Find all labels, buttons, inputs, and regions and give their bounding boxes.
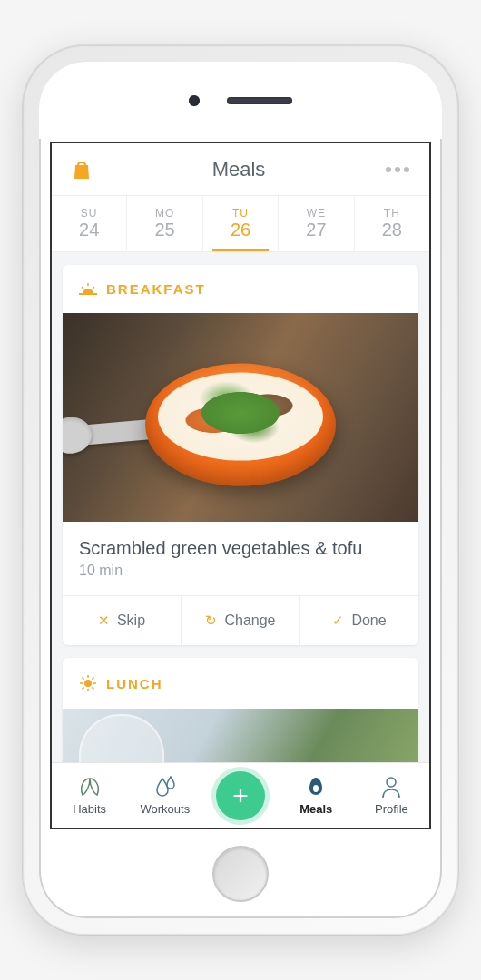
day-of-week: WE: [307, 207, 326, 220]
check-icon: ✓: [332, 612, 344, 629]
breakfast-image[interactable]: [63, 313, 418, 522]
more-icon[interactable]: [386, 167, 409, 172]
day-number: 27: [306, 220, 326, 240]
day-tab-th[interactable]: TH 28: [355, 196, 429, 251]
lunch-card: LUNCH: [63, 658, 418, 762]
breakfast-header: BREAKFAST: [63, 265, 418, 313]
bottom-tabbar: Habits Workouts + Meals Profile: [52, 762, 429, 828]
day-number: 24: [79, 220, 99, 240]
day-number: 28: [382, 220, 402, 240]
svg-point-1: [313, 785, 319, 792]
skip-label: Skip: [117, 612, 145, 629]
day-of-week: MO: [155, 207, 174, 220]
food-illustration: [172, 377, 309, 449]
tab-label: Habits: [73, 802, 106, 816]
phone-home-area: [39, 829, 442, 918]
change-label: Change: [224, 612, 275, 629]
day-selector: SU 24 MO 25 TU 26 WE 27 TH 28: [52, 196, 429, 252]
day-of-week: TU: [232, 207, 249, 220]
svg-point-2: [387, 778, 396, 787]
svg-point-0: [84, 680, 92, 687]
tab-profile[interactable]: Profile: [354, 763, 429, 828]
tab-label: Meals: [299, 802, 332, 816]
add-button[interactable]: +: [216, 771, 265, 820]
sun-icon: [79, 674, 97, 692]
day-of-week: TH: [384, 207, 400, 220]
tab-label: Profile: [375, 802, 408, 816]
breakfast-actions: ✕ Skip ↻ Change ✓ Done: [63, 595, 418, 645]
day-tab-mo[interactable]: MO 25: [127, 196, 202, 251]
day-tab-su[interactable]: SU 24: [52, 196, 127, 251]
leaf-icon: [77, 775, 103, 799]
breakfast-title: Scrambled green vegetables & tofu: [63, 522, 418, 563]
breakfast-card: BREAKFAST Scrambled green vegetables & t…: [63, 265, 418, 645]
profile-icon: [379, 775, 403, 799]
change-button[interactable]: ↻ Change: [182, 596, 300, 645]
done-button[interactable]: ✓ Done: [300, 596, 418, 645]
day-number: 26: [231, 220, 250, 240]
tab-workouts[interactable]: Workouts: [127, 763, 202, 828]
breakfast-time: 10 min: [63, 563, 418, 595]
x-icon: ✕: [98, 612, 110, 629]
phone-frame: Meals SU 24 MO 25 TU 26 WE 27: [23, 45, 458, 935]
day-of-week: SU: [81, 207, 98, 220]
page-title: Meals: [212, 158, 266, 181]
droplet-icon: [152, 775, 178, 799]
tab-habits[interactable]: Habits: [52, 763, 127, 828]
done-label: Done: [351, 612, 386, 629]
tab-meals[interactable]: Meals: [279, 763, 354, 828]
tab-label: Workouts: [140, 802, 190, 816]
tab-add: +: [202, 763, 278, 828]
plus-icon: +: [232, 780, 249, 811]
shopping-bag-icon[interactable]: [72, 159, 92, 181]
lunch-image[interactable]: [63, 709, 418, 762]
app-header: Meals: [52, 143, 429, 196]
day-number: 25: [154, 220, 174, 240]
camera-dot: [189, 95, 200, 106]
refresh-icon: ↻: [205, 612, 217, 629]
skip-button[interactable]: ✕ Skip: [63, 596, 182, 645]
sunrise-icon: [79, 283, 97, 296]
lunch-header: LUNCH: [63, 658, 418, 709]
breakfast-label: BREAKFAST: [106, 281, 206, 297]
speaker-slot: [227, 97, 292, 104]
avocado-icon: [304, 775, 328, 799]
lunch-label: LUNCH: [106, 676, 163, 691]
content-scroll[interactable]: BREAKFAST Scrambled green vegetables & t…: [52, 252, 429, 762]
app-screen: Meals SU 24 MO 25 TU 26 WE 27: [50, 142, 431, 829]
day-tab-tu[interactable]: TU 26: [203, 196, 279, 251]
day-tab-we[interactable]: WE 27: [279, 196, 354, 251]
home-button[interactable]: [212, 846, 269, 902]
phone-earpiece-area: [39, 62, 442, 139]
